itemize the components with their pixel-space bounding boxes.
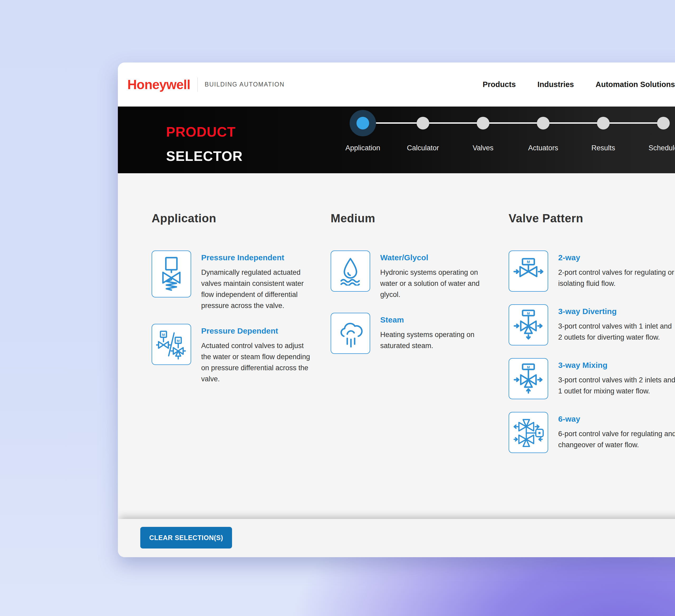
svg-text:M: M (527, 311, 530, 315)
page-title-line1: PRODUCT (166, 120, 242, 144)
svg-text:M: M (527, 365, 530, 369)
wizard-stepper: Application Calculator Valves Actuators … (333, 106, 675, 152)
clear-selections-button[interactable]: CLEAR SELECTION(S) (140, 527, 232, 548)
product-selector-banner: PRODUCT SELECTOR Application Calculator … (118, 106, 675, 173)
option-description: Heating systems operating on saturated s… (380, 329, 497, 351)
product-selector-window: Honeywell BUILDING AUTOMATION Products I… (118, 63, 675, 557)
step-results[interactable]: Results (573, 106, 633, 152)
option-description: 2-port control valves for regulating or … (558, 267, 675, 289)
valve-3-way-diverting-icon: M (513, 309, 544, 340)
header-divider (198, 78, 198, 92)
svg-text:M: M (177, 339, 179, 343)
option-tile[interactable]: M (509, 358, 548, 399)
option-text: 3-way Diverting 3-port control valves wi… (558, 304, 675, 345)
site-header: Honeywell BUILDING AUTOMATION Products I… (118, 63, 675, 106)
step-dot[interactable] (657, 117, 670, 130)
option-pressure-independent[interactable]: Pressure Independent Dynamically regulat… (152, 250, 326, 311)
step-valves[interactable]: Valves (453, 106, 513, 152)
option-tile[interactable] (509, 412, 548, 453)
option-title[interactable]: Steam (380, 315, 497, 324)
option-description: Dynamically regulated actuated valves ma… (201, 267, 315, 311)
option-tile[interactable] (152, 250, 191, 297)
option-tile[interactable]: M (509, 304, 548, 345)
step-label: Valves (453, 144, 513, 152)
step-dot[interactable] (417, 117, 429, 130)
step-label: Results (573, 144, 633, 152)
column-medium: Medium Water/Glycol Hydronic systems ope… (331, 212, 505, 367)
option-3-way-diverting[interactable]: M 3 (509, 304, 675, 345)
option-water-glycol[interactable]: Water/Glycol Hydronic systems operating … (331, 250, 505, 300)
step-dot[interactable] (477, 117, 490, 130)
pressure-dependent-icon: M M (156, 329, 187, 360)
valve-2-way-icon: M (513, 258, 544, 285)
building-automation-label: BUILDING AUTOMATION (205, 81, 285, 88)
step-label: Application (333, 144, 393, 152)
option-text: Steam Heating systems operating on satur… (380, 313, 497, 354)
nav-automation-solutions[interactable]: Automation Solutions (596, 80, 675, 89)
page-title-line2: SELECTOR (166, 144, 242, 168)
option-title[interactable]: 3-way Mixing (558, 361, 675, 370)
option-description: Hydronic systems operating on water or a… (380, 267, 497, 300)
option-6-way[interactable]: 6-way 6-port control valve for regulatin… (509, 412, 675, 453)
step-actuators[interactable]: Actuators (513, 106, 573, 152)
option-steam[interactable]: Steam Heating systems operating on satur… (331, 313, 505, 354)
step-calculator[interactable]: Calculator (393, 106, 453, 152)
step-schedule[interactable]: Schedule (633, 106, 675, 152)
nav-products[interactable]: Products (482, 80, 516, 89)
main-nav: Products Industries Automation Solutions (482, 80, 675, 89)
svg-text:M: M (162, 333, 165, 337)
step-dot[interactable] (597, 117, 610, 130)
step-label: Calculator (393, 144, 453, 152)
option-title[interactable]: 2-way (558, 253, 675, 262)
column-heading: Medium (331, 212, 505, 225)
option-title[interactable]: 3-way Diverting (558, 307, 675, 316)
option-text: Pressure Dependent Actuated control valv… (201, 324, 315, 384)
step-dot-active[interactable] (357, 117, 369, 130)
option-title[interactable]: Pressure Independent (201, 253, 315, 262)
selector-content: Application Pressure Independent (118, 173, 675, 519)
pressure-independent-icon (158, 256, 185, 291)
selector-footer: CLEAR SELECTION(S) (118, 519, 675, 557)
option-tile[interactable]: M (509, 250, 548, 292)
page-title: PRODUCT SELECTOR (166, 120, 242, 168)
option-description: 3-port control valves with 2 inlets and … (558, 374, 675, 397)
step-application[interactable]: Application (333, 106, 393, 152)
option-title[interactable]: Pressure Dependent (201, 326, 315, 335)
valve-6-way-icon (512, 416, 544, 449)
option-text: 2-way 2-port control valves for regulati… (558, 250, 675, 292)
steam-icon (337, 319, 364, 348)
nav-industries[interactable]: Industries (537, 80, 574, 89)
option-pressure-dependent[interactable]: M M (152, 324, 326, 384)
column-heading: Application (152, 212, 326, 225)
option-title[interactable]: 6-way (558, 414, 675, 424)
option-3-way-mixing[interactable]: M 3 (509, 358, 675, 399)
option-text: 6-way 6-port control valve for regulatin… (558, 412, 675, 453)
option-text: Water/Glycol Hydronic systems operating … (380, 250, 497, 300)
option-description: 6-port control valve for regulating and … (558, 428, 675, 450)
column-application: Application Pressure Independent (152, 212, 326, 397)
option-description: 3-port control valves with 1 inlet and 2… (558, 321, 675, 343)
column-valve-pattern: Valve Pattern M (509, 212, 675, 466)
valve-3-way-mixing-icon: M (513, 363, 544, 394)
step-label: Schedule (633, 144, 675, 152)
option-title[interactable]: Water/Glycol (380, 253, 497, 262)
honeywell-logo[interactable]: Honeywell (127, 77, 190, 92)
water-glycol-icon (337, 256, 364, 286)
option-text: 3-way Mixing 3-port control valves with … (558, 358, 675, 399)
option-2-way[interactable]: M 2-way 2-port control valves for re (509, 250, 675, 292)
desktop-background: Honeywell BUILDING AUTOMATION Products I… (0, 0, 675, 616)
option-text: Pressure Independent Dynamically regulat… (201, 250, 315, 311)
column-heading: Valve Pattern (509, 212, 675, 225)
step-dot[interactable] (537, 117, 549, 130)
brand-block: Honeywell BUILDING AUTOMATION (127, 77, 285, 92)
option-tile[interactable]: M M (152, 324, 191, 365)
option-description: Actuated control valves to adjust the wa… (201, 340, 315, 384)
svg-text:M: M (527, 260, 530, 264)
option-tile[interactable] (331, 250, 370, 292)
option-tile[interactable] (331, 313, 370, 354)
step-label: Actuators (513, 144, 573, 152)
